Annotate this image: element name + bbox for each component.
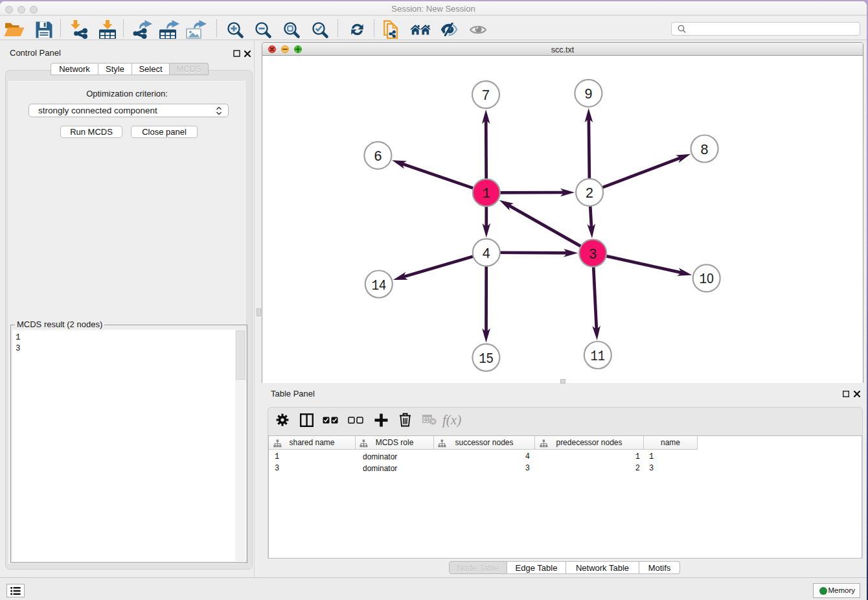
- svg-text:8: 8: [701, 142, 709, 157]
- svg-text:14: 14: [372, 277, 387, 294]
- svg-text:3: 3: [589, 246, 597, 262]
- svg-text:10: 10: [699, 271, 714, 287]
- svg-text:2: 2: [586, 185, 593, 201]
- svg-text:1: 1: [482, 186, 490, 202]
- svg-text:4: 4: [483, 246, 490, 261]
- svg-text:7: 7: [482, 87, 490, 103]
- svg-text:11: 11: [591, 349, 606, 364]
- svg-text:9: 9: [584, 86, 592, 102]
- svg-text:f(x): f(x): [442, 412, 461, 428]
- svg-text:15: 15: [479, 351, 494, 367]
- svg-text:6: 6: [374, 148, 382, 164]
